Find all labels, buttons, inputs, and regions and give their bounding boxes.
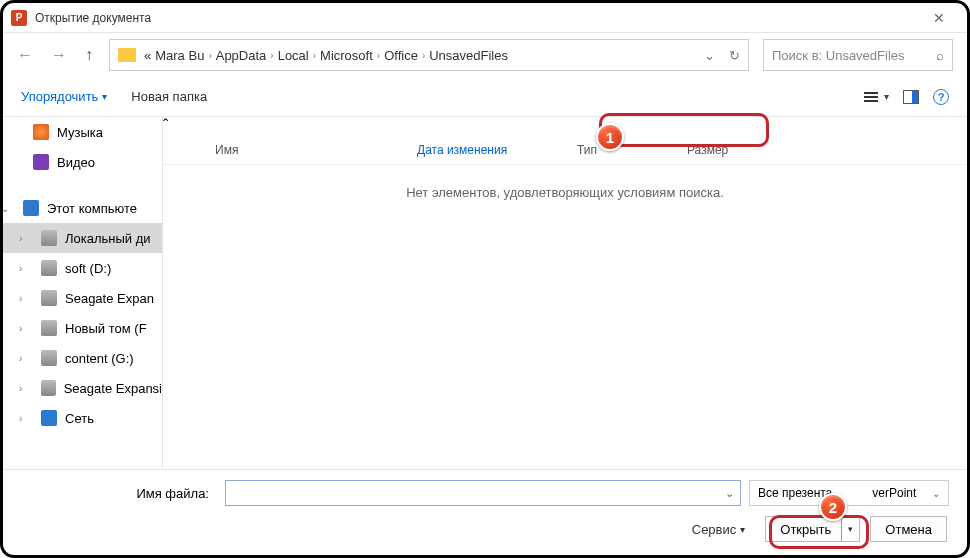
- back-icon[interactable]: ←: [17, 46, 33, 64]
- folder-icon: [118, 48, 136, 62]
- disk-icon: [41, 350, 57, 366]
- help-icon[interactable]: ?: [933, 89, 949, 105]
- up-icon[interactable]: ↑: [85, 46, 93, 64]
- empty-message: Нет элементов, удовлетворяющих условиям …: [163, 185, 967, 200]
- filename-input[interactable]: ⌄: [225, 480, 741, 506]
- search-input[interactable]: Поиск в: UnsavedFiles ⌕: [763, 39, 953, 71]
- view-menu-button[interactable]: ▾: [864, 91, 889, 102]
- sidebar-item-this-pc[interactable]: ⌄Этот компьюте: [3, 193, 162, 223]
- disk-icon: [41, 230, 57, 246]
- annotation-badge: 1: [596, 123, 624, 151]
- crumb[interactable]: AppData: [216, 48, 267, 63]
- cancel-button[interactable]: Отмена: [870, 516, 947, 542]
- disk-icon: [41, 380, 56, 396]
- sidebar-item-music[interactable]: Музыка: [3, 117, 162, 147]
- sidebar-item-seagate2[interactable]: ›Seagate Expansi: [3, 373, 162, 403]
- sidebar-item-seagate[interactable]: ›Seagate Expan: [3, 283, 162, 313]
- column-name[interactable]: Имя: [163, 135, 403, 164]
- crumb[interactable]: Mara Bu: [155, 48, 204, 63]
- crumb[interactable]: Office: [384, 48, 418, 63]
- crumb[interactable]: Microsoft: [320, 48, 373, 63]
- disk-icon: [41, 320, 57, 336]
- annotation-badge: 2: [819, 493, 847, 521]
- pc-icon: [23, 200, 39, 216]
- crumb[interactable]: UnsavedFiles: [429, 48, 508, 63]
- disk-icon: [41, 260, 57, 276]
- filename-label: Имя файла:: [21, 486, 217, 501]
- chevron-down-icon: ▾: [102, 91, 107, 102]
- preview-pane-button[interactable]: [903, 90, 919, 104]
- window-title: Открытие документа: [35, 11, 151, 25]
- video-icon: [33, 154, 49, 170]
- breadcrumb[interactable]: « Mara Bu› AppData› Local› Microsoft› Of…: [109, 39, 749, 71]
- app-icon: P: [11, 10, 27, 26]
- chevron-down-icon: ⌄: [932, 488, 940, 499]
- sidebar-item-newvol[interactable]: ›Новый том (F: [3, 313, 162, 343]
- filetype-select[interactable]: Все презента verPoint ⌄: [749, 480, 949, 506]
- organize-button[interactable]: Упорядочить ▾: [21, 89, 107, 104]
- sidebar-item-soft[interactable]: ›soft (D:): [3, 253, 162, 283]
- chevron-down-icon: ▾: [884, 91, 889, 102]
- crumb[interactable]: Local: [278, 48, 309, 63]
- chevron-down-icon: ▾: [740, 524, 745, 535]
- new-folder-button[interactable]: Новая папка: [131, 89, 207, 104]
- search-placeholder: Поиск в: UnsavedFiles: [772, 48, 905, 63]
- music-icon: [33, 124, 49, 140]
- close-icon[interactable]: ✕: [919, 10, 959, 26]
- search-icon[interactable]: ⌕: [936, 48, 944, 63]
- sidebar-item-network[interactable]: ›Сеть: [3, 403, 162, 433]
- annotation-highlight: [769, 515, 869, 549]
- annotation-highlight: [599, 113, 769, 147]
- service-button[interactable]: Сервис ▾: [692, 522, 746, 537]
- chevron-down-icon[interactable]: ⌄: [725, 487, 734, 500]
- path-dropdown-icon[interactable]: ⌄: [704, 48, 715, 63]
- column-date[interactable]: Дата изменения: [403, 135, 563, 164]
- forward-icon[interactable]: →: [51, 46, 67, 64]
- sidebar-item-content[interactable]: ›content (G:): [3, 343, 162, 373]
- sidebar: Музыка Видео ⌄Этот компьюте ›Локальный д…: [3, 117, 163, 469]
- network-icon: [41, 410, 57, 426]
- sort-indicator-icon: ˆ: [163, 117, 168, 134]
- disk-icon: [41, 290, 57, 306]
- refresh-icon[interactable]: ↻: [729, 48, 740, 63]
- sidebar-item-video[interactable]: Видео: [3, 147, 162, 177]
- sidebar-item-local-disk[interactable]: ›Локальный ди: [3, 223, 162, 253]
